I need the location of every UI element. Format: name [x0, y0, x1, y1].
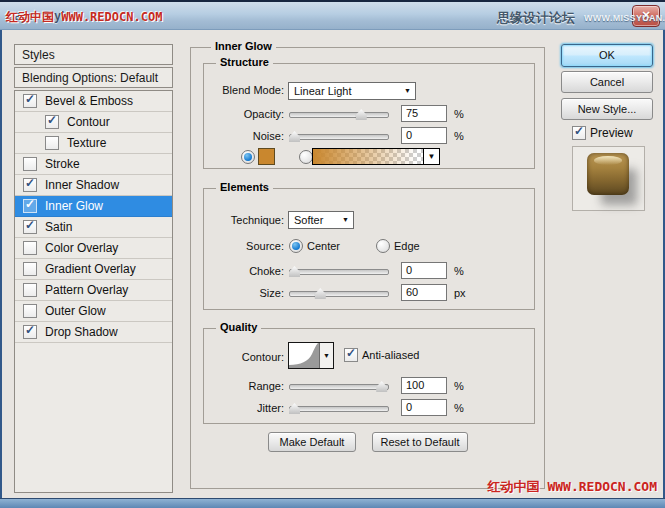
make-default-button[interactable]: Make Default — [268, 432, 356, 452]
sidebar-item-label: Contour — [67, 115, 110, 129]
slider-track[interactable] — [289, 384, 389, 390]
noise-input[interactable]: 0 — [401, 127, 447, 144]
source-edge-label: Edge — [394, 238, 420, 254]
preview-label: Preview — [590, 125, 633, 141]
sidebar-item[interactable]: Stroke — [15, 154, 172, 175]
blend-mode-select[interactable]: Linear Light ▼ — [288, 82, 416, 100]
jitter-input[interactable]: 0 — [401, 399, 447, 416]
sidebar-item[interactable]: Gradient Overlay — [15, 259, 172, 280]
sidebar-item[interactable]: Drop Shadow — [15, 322, 172, 343]
noise-slider[interactable] — [289, 130, 389, 143]
checkbox-icon[interactable] — [45, 115, 59, 129]
slider-thumb[interactable] — [356, 109, 367, 120]
sidebar-item[interactable]: Pattern Overlay — [15, 280, 172, 301]
opacity-label: Opacity: — [212, 106, 284, 122]
reset-to-default-button[interactable]: Reset to Default — [372, 432, 468, 452]
sidebar-item-label: Pattern Overlay — [45, 283, 128, 297]
blend-mode-label: Blend Mode: — [212, 82, 284, 98]
slider-track[interactable] — [289, 112, 389, 118]
opacity-input[interactable]: 75 — [401, 105, 447, 122]
jitter-label: Jitter: — [212, 400, 284, 416]
slider-thumb[interactable] — [376, 381, 387, 392]
checkbox-icon[interactable] — [23, 157, 37, 171]
size-slider[interactable] — [289, 287, 389, 300]
checkbox-icon[interactable] — [23, 283, 37, 297]
checkbox-icon[interactable] — [23, 220, 37, 234]
technique-value: Softer — [294, 214, 323, 226]
source-edge-radio[interactable] — [376, 239, 390, 253]
checkbox-icon[interactable] — [23, 178, 37, 192]
range-unit: % — [454, 378, 464, 394]
checkbox-icon[interactable] — [23, 241, 37, 255]
size-unit: px — [454, 285, 466, 301]
anti-aliased-label: Anti-aliased — [362, 347, 419, 363]
sidebar-item[interactable]: Outer Glow — [15, 301, 172, 322]
sidebar-item-label: Texture — [67, 136, 106, 150]
styles-header[interactable]: Styles — [14, 44, 173, 65]
checkbox-icon[interactable] — [23, 325, 37, 339]
noise-unit: % — [454, 128, 464, 144]
layer-style-dialog: Layer Style 红动中国 WWW.REDOCN.COM 思缘设计论坛 W… — [0, 0, 665, 508]
size-input[interactable]: 60 — [401, 284, 447, 301]
glow-color-radio[interactable] — [241, 150, 255, 164]
sidebar-item[interactable]: Inner Shadow — [15, 175, 172, 196]
choke-label: Choke: — [212, 263, 284, 279]
slider-thumb[interactable] — [289, 403, 300, 414]
slider-thumb[interactable] — [315, 288, 326, 299]
range-slider[interactable] — [289, 380, 389, 393]
sidebar-item-inner-glow[interactable]: Inner Glow — [15, 196, 172, 217]
checkbox-icon[interactable] — [23, 199, 37, 213]
sidebar-item[interactable]: Texture — [15, 133, 172, 154]
watermark-bottom: 红动中国 WWW.REDOCN.COM — [488, 478, 657, 496]
preview-checkbox[interactable] — [572, 126, 586, 140]
checkbox-icon[interactable] — [23, 94, 37, 108]
source-label: Source: — [212, 238, 284, 254]
slider-track[interactable] — [289, 291, 389, 297]
technique-select[interactable]: Softer ▼ — [288, 211, 354, 229]
checkbox-icon[interactable] — [23, 262, 37, 276]
new-style-button[interactable]: New Style... — [561, 98, 653, 120]
sidebar-item[interactable]: Satin — [15, 217, 172, 238]
blend-mode-value: Linear Light — [294, 85, 352, 97]
checkbox-icon[interactable] — [45, 136, 59, 150]
ok-button[interactable]: OK — [561, 44, 653, 67]
anti-aliased-checkbox[interactable] — [344, 348, 358, 362]
blending-options-label: Blending Options: Default — [15, 68, 172, 88]
cancel-button[interactable]: Cancel — [561, 71, 653, 93]
sidebar-item[interactable]: Bevel & Emboss — [15, 91, 172, 112]
opacity-slider[interactable] — [289, 108, 389, 121]
sidebar-item[interactable]: Contour — [15, 112, 172, 133]
quality-group: Quality Contour: ▼ Anti-aliased Range: 1… — [203, 328, 535, 424]
glow-color-swatch[interactable] — [258, 148, 275, 165]
elements-title: Elements — [216, 181, 273, 193]
chevron-down-icon[interactable]: ▼ — [319, 343, 333, 368]
opacity-unit: % — [454, 106, 464, 122]
structure-title: Structure — [216, 56, 273, 68]
choke-slider[interactable] — [289, 265, 389, 278]
glow-gradient-swatch[interactable]: ▼ — [312, 148, 440, 165]
sidebar-item-label: Inner Glow — [45, 199, 103, 213]
slider-thumb[interactable] — [289, 131, 300, 142]
watermark-title-overlay: 红动中国 WWW.REDOCN.COM — [6, 9, 162, 26]
slider-track[interactable] — [289, 269, 389, 275]
slider-thumb[interactable] — [289, 266, 300, 277]
blending-options-item[interactable]: Blending Options: Default — [14, 67, 173, 88]
chevron-down-icon[interactable]: ▼ — [423, 149, 439, 164]
slider-track[interactable] — [289, 406, 389, 412]
slider-track[interactable] — [289, 134, 389, 140]
range-input[interactable]: 100 — [401, 377, 447, 394]
glow-gradient-radio[interactable] — [299, 150, 313, 164]
contour-picker[interactable]: ▼ — [288, 342, 334, 369]
sidebar-item-label: Gradient Overlay — [45, 262, 136, 276]
window-frame-bottom — [0, 498, 665, 508]
title-bar[interactable]: Layer Style 红动中国 WWW.REDOCN.COM 思缘设计论坛 W… — [0, 0, 665, 30]
sidebar-item-label: Outer Glow — [45, 304, 106, 318]
contour-curve-icon — [289, 343, 320, 368]
jitter-slider[interactable] — [289, 402, 389, 415]
styles-list: Bevel & Emboss Contour Texture Stroke In… — [14, 90, 173, 493]
checkbox-icon[interactable] — [23, 304, 37, 318]
sidebar-item[interactable]: Color Overlay — [15, 238, 172, 259]
choke-input[interactable]: 0 — [401, 262, 447, 279]
sidebar-item-label: Drop Shadow — [45, 325, 118, 339]
source-center-radio[interactable] — [289, 239, 303, 253]
